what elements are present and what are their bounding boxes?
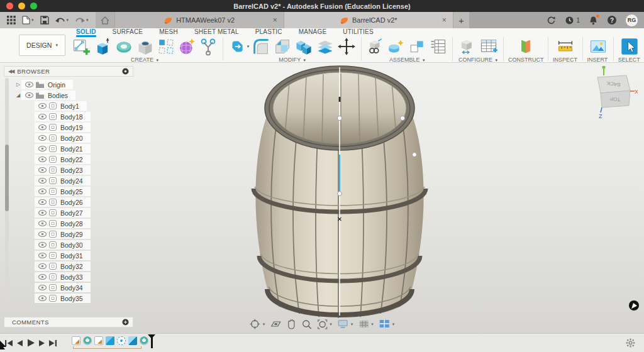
timeline-feature-icon[interactable]	[83, 336, 92, 345]
visibility-eye-icon[interactable]	[25, 82, 33, 87]
browser-body-row[interactable]: Body24	[35, 175, 91, 186]
file-menu-icon[interactable]: ▾	[19, 13, 37, 27]
timeline-feature-icon[interactable]	[106, 336, 114, 345]
browser-body-row[interactable]: Body34	[35, 282, 91, 293]
new-tab-button[interactable]: +	[453, 12, 469, 28]
browser-body-row[interactable]: Body22	[35, 154, 91, 165]
browser-body-row[interactable]: Body35	[35, 293, 91, 304]
notifications-bell-icon[interactable]	[589, 16, 598, 25]
fit-icon[interactable]: ▾	[317, 319, 332, 329]
browser-body-row[interactable]: Body26	[35, 197, 91, 207]
visibility-eye-icon[interactable]	[38, 114, 47, 119]
app-grid-icon[interactable]	[4, 13, 19, 27]
visibility-eye-icon[interactable]	[38, 157, 47, 162]
step-forward-icon[interactable]	[38, 339, 45, 347]
timeline-feature-icon[interactable]	[140, 336, 148, 345]
barrel-model[interactable]	[0, 63, 644, 333]
move-copy-icon[interactable]	[336, 36, 357, 57]
rectangular-pattern-icon[interactable]	[157, 37, 175, 56]
browser-body-row[interactable]: Body21	[35, 143, 91, 154]
close-tab-icon[interactable]: ×	[442, 16, 447, 25]
viewports-icon[interactable]: ▾	[379, 319, 395, 329]
browser-folder-origin[interactable]: ▷ Origin	[15, 79, 91, 90]
expand-collapsed-icon[interactable]: ▷	[15, 82, 21, 87]
sync-icon[interactable]	[547, 16, 556, 25]
combine-icon[interactable]	[294, 36, 314, 57]
group-label-modify[interactable]: MODIFY ▾	[279, 57, 306, 63]
visibility-eye-icon[interactable]	[38, 253, 47, 258]
visibility-eye-icon[interactable]	[38, 189, 47, 194]
browser-body-row[interactable]: Body32	[35, 261, 91, 272]
browser-body-row[interactable]: Body31	[35, 250, 91, 261]
select-icon[interactable]	[619, 36, 640, 57]
group-label-create[interactable]: CREATE ▾	[131, 57, 158, 63]
display-settings-icon[interactable]: ▾	[338, 319, 353, 329]
document-tab-htmaaweek07[interactable]: HTMAAWeek07 v2 ×	[114, 12, 284, 28]
visibility-eye-icon[interactable]	[38, 103, 47, 109]
visibility-eye-icon[interactable]	[38, 231, 47, 237]
look-at-icon[interactable]	[270, 320, 280, 329]
step-back-icon[interactable]	[16, 339, 23, 347]
workspace-switcher[interactable]: DESIGN ▾	[19, 35, 65, 56]
visibility-eye-icon[interactable]	[38, 135, 47, 141]
configuration-icon[interactable]	[457, 36, 477, 57]
visibility-eye-icon[interactable]	[38, 199, 47, 205]
timeline-feature-icon[interactable]	[128, 336, 137, 345]
visibility-eye-icon[interactable]	[38, 167, 47, 173]
visibility-eye-icon[interactable]	[38, 146, 47, 151]
save-icon[interactable]	[37, 13, 52, 27]
browser-body-row[interactable]: Body20	[35, 133, 91, 143]
timeline-feature-icon[interactable]	[72, 336, 80, 345]
browser-body-row[interactable]: Body18	[35, 111, 91, 122]
expand-open-icon[interactable]: ◢	[15, 92, 21, 98]
joint-origin-icon[interactable]	[408, 37, 426, 56]
measure-icon[interactable]	[555, 36, 575, 57]
new-component-icon[interactable]	[366, 36, 385, 57]
group-label-assemble[interactable]: ASSEMBLE ▾	[389, 57, 425, 63]
window-controls[interactable]	[6, 3, 37, 9]
hole-icon[interactable]	[135, 36, 155, 57]
generative-design-icon[interactable]	[198, 36, 218, 57]
job-status-icon[interactable]: 1	[565, 16, 580, 25]
fillet-icon[interactable]	[251, 36, 271, 57]
collapse-panel-icon[interactable]: ◀◀	[4, 69, 17, 74]
browser-body-row[interactable]: Body33	[35, 272, 91, 282]
visibility-eye-icon[interactable]	[38, 274, 47, 280]
timeline-feature-icon[interactable]	[117, 336, 126, 345]
configuration-table-icon[interactable]	[479, 36, 499, 57]
timeline-position-marker[interactable]	[151, 334, 153, 348]
timeline-feature-icon[interactable]	[94, 336, 103, 345]
visibility-eye-icon[interactable]	[38, 295, 47, 301]
browser-folder-bodies[interactable]: ◢ Bodies	[15, 90, 91, 101]
comments-panel-header[interactable]: COMMENTS	[4, 317, 133, 327]
pan-icon[interactable]	[286, 319, 296, 329]
minimize-window-icon[interactable]	[18, 3, 25, 9]
orbit-icon[interactable]: ▾	[250, 319, 265, 329]
create-sketch-icon[interactable]	[71, 36, 91, 57]
view-cube[interactable]: BACK TOP X Z	[585, 66, 638, 121]
user-avatar[interactable]: RG	[626, 14, 638, 26]
undo-icon[interactable]: ▾	[52, 13, 72, 27]
browser-body-row[interactable]: Body1	[35, 101, 91, 111]
construct-plane-icon[interactable]	[516, 36, 536, 57]
visibility-eye-icon[interactable]	[38, 124, 47, 130]
bom-table-icon[interactable]	[428, 36, 448, 57]
visibility-eye-icon[interactable]	[38, 242, 47, 248]
timeline-settings-gear-icon[interactable]	[626, 338, 635, 350]
help-icon[interactable]: ?	[607, 15, 617, 25]
zoom-icon[interactable]	[301, 319, 311, 329]
extrude-icon[interactable]	[92, 36, 113, 57]
play-icon[interactable]	[27, 339, 35, 347]
browser-body-row[interactable]: Body19	[35, 122, 91, 133]
browser-body-row[interactable]: Body30	[35, 239, 91, 250]
browser-body-row[interactable]: Body29	[35, 229, 91, 239]
create-form-icon[interactable]	[177, 36, 197, 57]
add-comment-icon[interactable]	[122, 319, 133, 326]
grid-snaps-icon[interactable]: ▾	[358, 319, 374, 329]
offset-face-icon[interactable]	[315, 36, 335, 57]
close-window-icon[interactable]	[6, 3, 13, 9]
visibility-eye-icon[interactable]	[38, 221, 47, 226]
visibility-eye-icon[interactable]	[38, 178, 47, 184]
home-view-button[interactable]	[96, 12, 114, 28]
visibility-eye-icon[interactable]	[38, 263, 47, 269]
